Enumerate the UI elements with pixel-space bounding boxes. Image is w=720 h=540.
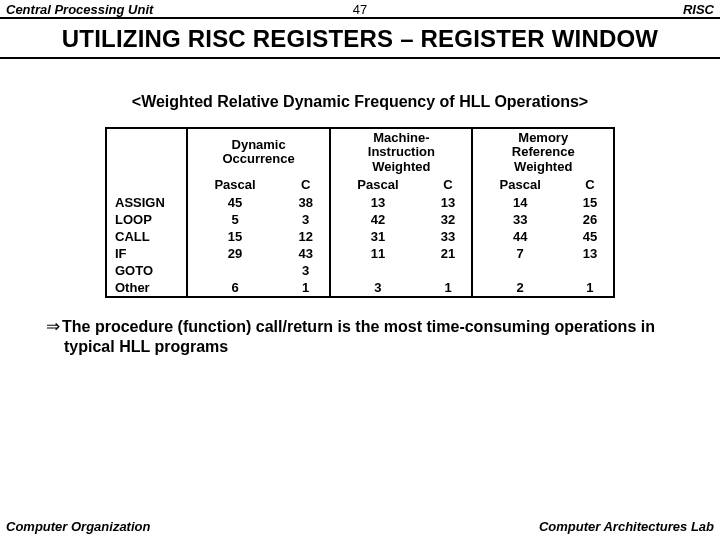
cell: 43 (282, 245, 330, 262)
cell: 21 (425, 245, 473, 262)
sub-c-3: C (567, 176, 613, 194)
cell: 15 (567, 194, 613, 211)
header-left: Central Processing Unit (6, 2, 345, 17)
cell: 32 (425, 211, 473, 228)
cell: 26 (567, 211, 613, 228)
cell: 1 (282, 279, 330, 296)
footer-left: Computer Organization (6, 519, 150, 534)
cell (187, 262, 282, 279)
cell: 33 (425, 228, 473, 245)
footer-bar: Computer Organization Computer Architect… (0, 519, 720, 534)
row-label: CALL (107, 228, 187, 245)
sub-pascal-3: Pascal (472, 176, 566, 194)
cell: 6 (187, 279, 282, 296)
cell: 3 (330, 279, 424, 296)
row-label: LOOP (107, 211, 187, 228)
cell: 45 (187, 194, 282, 211)
cell: 29 (187, 245, 282, 262)
cell: 11 (330, 245, 424, 262)
cell: 13 (330, 194, 424, 211)
g2-line1: Machine- (373, 130, 429, 145)
g3-line3: Weighted (514, 159, 572, 174)
cell: 13 (567, 245, 613, 262)
row-label: Other (107, 279, 187, 296)
arrow-icon: ⇒ (46, 317, 62, 336)
cell: 33 (472, 211, 566, 228)
cell: 1 (567, 279, 613, 296)
cell: 13 (425, 194, 473, 211)
page-title: UTILIZING RISC REGISTERS – REGISTER WIND… (0, 19, 720, 59)
cell: 45 (567, 228, 613, 245)
footer-right: Computer Architectures Lab (539, 519, 714, 534)
cell: 3 (282, 262, 330, 279)
section-subtitle: <Weighted Relative Dynamic Frequency of … (0, 93, 720, 111)
cell (567, 262, 613, 279)
cell (425, 262, 473, 279)
colgroup-memory: Memory Reference Weighted (472, 129, 613, 176)
table-row: IF 29 43 11 21 7 13 (107, 245, 613, 262)
cell: 5 (187, 211, 282, 228)
colgroup-dynamic: Dynamic Occurrence (187, 129, 330, 176)
cell: 14 (472, 194, 566, 211)
cell: 12 (282, 228, 330, 245)
row-label: GOTO (107, 262, 187, 279)
cell: 38 (282, 194, 330, 211)
conclusion-note: ⇒The procedure (function) call/return is… (18, 316, 720, 357)
table-row: LOOP 5 3 42 32 33 26 (107, 211, 613, 228)
row-label: ASSIGN (107, 194, 187, 211)
g3-line2: Reference (512, 144, 575, 159)
sub-c-2: C (425, 176, 473, 194)
table-row: Other 6 1 3 1 2 1 (107, 279, 613, 296)
sub-pascal-1: Pascal (187, 176, 282, 194)
sub-pascal-2: Pascal (330, 176, 424, 194)
g1-line1: Dynamic (232, 137, 286, 152)
cell: 3 (282, 211, 330, 228)
row-label: IF (107, 245, 187, 262)
g2-line3: Weighted (372, 159, 430, 174)
g3-line1: Memory (518, 130, 568, 145)
table-row: GOTO 3 (107, 262, 613, 279)
cell (472, 262, 566, 279)
conclusion-text: The procedure (function) call/return is … (62, 318, 655, 355)
g1-line2: Occurrence (222, 151, 294, 166)
table-row: CALL 15 12 31 33 44 45 (107, 228, 613, 245)
cell (330, 262, 424, 279)
sub-c-1: C (282, 176, 330, 194)
table-row: ASSIGN 45 38 13 13 14 15 (107, 194, 613, 211)
cell: 42 (330, 211, 424, 228)
cell: 31 (330, 228, 424, 245)
header-bar: Central Processing Unit 47 RISC (0, 0, 720, 19)
cell: 2 (472, 279, 566, 296)
cell: 44 (472, 228, 566, 245)
frequency-table: Dynamic Occurrence Machine- Instruction … (105, 127, 615, 298)
cell: 15 (187, 228, 282, 245)
colgroup-machine: Machine- Instruction Weighted (330, 129, 472, 176)
g2-line2: Instruction (368, 144, 435, 159)
cell: 1 (425, 279, 473, 296)
cell: 7 (472, 245, 566, 262)
table-corner (107, 129, 187, 194)
header-right: RISC (375, 2, 714, 17)
header-page: 47 (345, 2, 375, 17)
